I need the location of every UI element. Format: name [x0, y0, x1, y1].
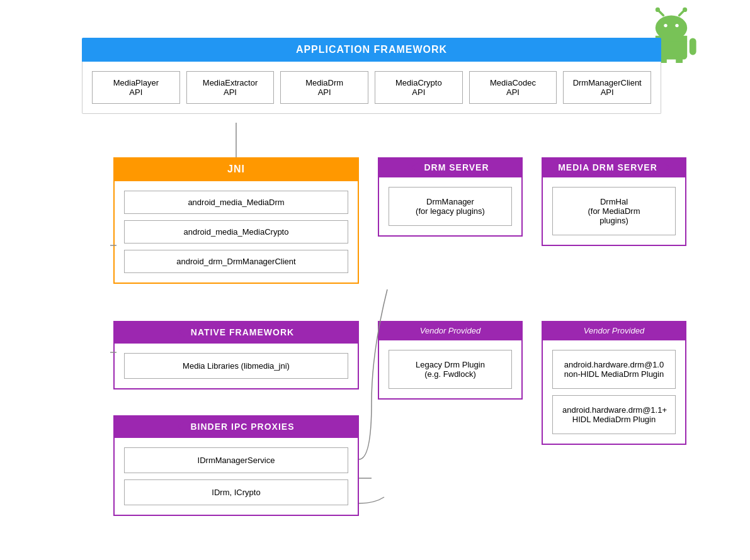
native-framework-arrow [178, 328, 185, 337]
media-drm-api: MediaDrmAPI [280, 71, 368, 104]
vendor-media-drm: Vendor Provided android.hardware.drm@1.0… [542, 321, 686, 445]
diagram-container: APPLICATION FRAMEWORK MediaPlayerAPI Med… [0, 0, 750, 560]
media-codec-api: MediaCodecAPI [469, 71, 557, 104]
vendor-drm: Vendor Provided Legacy Drm Plugin(e.g. F… [378, 321, 523, 400]
binder-arrow [178, 422, 184, 431]
vendor-drm-header: Vendor Provided [378, 321, 523, 340]
jni-header: JNI [113, 157, 359, 181]
jni-item-drmmanager: android_drm_DrmManagerClient [124, 250, 348, 273]
media-extractor-api: MediaExtractorAPI [186, 71, 275, 104]
svg-rect-11 [676, 56, 683, 63]
drm-server-header: DRM SERVER [378, 157, 523, 177]
drm-server: DRM SERVER DrmManager(for legacy plugins… [378, 157, 523, 237]
vendor-drm-body: Legacy Drm Plugin(e.g. Fwdlock) [378, 340, 523, 400]
binder-body: IDrmManagerService IDrm, ICrypto [113, 438, 359, 516]
jni-item-mediadrm: android_media_MediaDrm [124, 191, 348, 214]
idrm-manager-service-item: IDrmManagerService [124, 447, 348, 473]
drm-manager-client-api: DrmManagerClientAPI [563, 71, 651, 104]
app-framework: APPLICATION FRAMEWORK MediaPlayerAPI Med… [82, 38, 661, 114]
media-drm-server-body: DrmHal(for MediaDrmplugins) [542, 177, 686, 246]
native-framework-body: Media Libraries (libmedia_jni) [113, 344, 359, 389]
media-drm-server-arrow [664, 163, 670, 172]
app-framework-body: MediaPlayerAPI MediaExtractorAPI MediaDr… [82, 62, 661, 114]
media-drm-server-header: MEDIA DRM SERVER [542, 157, 686, 177]
svg-point-6 [683, 8, 687, 12]
vendor-media-drm-body: android.hardware.drm@1.0non-HIDL MediaDr… [542, 340, 686, 445]
media-drm-server: MEDIA DRM SERVER DrmHal(for MediaDrmplug… [542, 157, 686, 246]
svg-point-5 [656, 8, 660, 12]
binder-header: BINDER IPC PROXIES [113, 415, 359, 438]
idrm-icrypto-item: IDrm, ICrypto [124, 479, 348, 505]
native-framework: NATIVE FRAMEWORK Media Libraries (libmed… [113, 321, 359, 389]
vendor-hidl-item-2: android.hardware.drm@1.1+HIDL MediaDrm P… [552, 395, 676, 434]
vendor-hidl-item-1: android.hardware.drm@1.0non-HIDL MediaDr… [552, 350, 676, 389]
vendor-media-drm-header: Vendor Provided [542, 321, 686, 340]
binder-ipc: BINDER IPC PROXIES IDrmManagerService ID… [113, 415, 359, 516]
svg-rect-9 [690, 38, 696, 55]
native-framework-header: NATIVE FRAMEWORK [113, 321, 359, 344]
jni-body: android_media_MediaDrm android_media_Med… [113, 181, 359, 284]
media-player-api: MediaPlayerAPI [92, 71, 180, 104]
drm-server-arrow [411, 163, 418, 172]
jni-item-mediacrypto: android_media_MediaCrypto [124, 220, 348, 244]
media-libraries-item: Media Libraries (libmedia_jni) [124, 353, 348, 379]
drmhal-item: DrmHal(for MediaDrmplugins) [552, 187, 676, 235]
svg-point-2 [675, 24, 678, 27]
svg-point-1 [664, 24, 667, 27]
jni-section: JNI android_media_MediaDrm android_media… [113, 157, 359, 284]
app-framework-header: APPLICATION FRAMEWORK [82, 38, 661, 62]
legacy-drm-plugin-item: Legacy Drm Plugin(e.g. Fwdlock) [389, 350, 512, 389]
drm-manager-item: DrmManager(for legacy plugins) [389, 187, 512, 226]
drm-server-body: DrmManager(for legacy plugins) [378, 177, 523, 237]
media-crypto-api: MediaCryptoAPI [375, 71, 463, 104]
